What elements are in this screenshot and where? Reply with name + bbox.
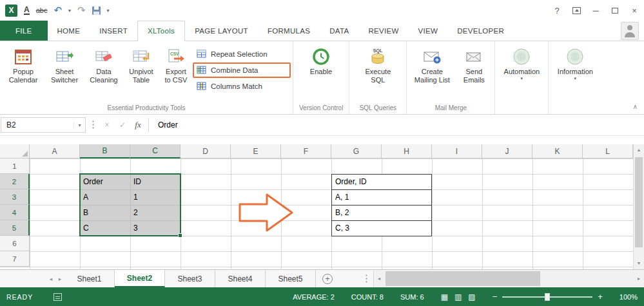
information-button[interactable]: Information ▾: [551, 43, 600, 103]
column-header-B[interactable]: B: [80, 144, 130, 158]
cell-B4[interactable]: B: [80, 205, 130, 220]
cell-G4-result[interactable]: B, 2: [331, 205, 432, 221]
row-header-7[interactable]: 7: [0, 251, 30, 267]
tab-insert[interactable]: INSERT: [90, 21, 137, 41]
automation-button[interactable]: Automation ▾: [497, 43, 546, 103]
execute-sql-button[interactable]: SQL ExecuteSQL: [351, 43, 404, 103]
row-header-6[interactable]: 6: [0, 236, 30, 251]
cell-G2-result[interactable]: Order, ID: [331, 174, 432, 190]
name-box[interactable]: B2 ▾: [1, 117, 86, 133]
sheet-tab-sheet5[interactable]: Sheet5: [266, 270, 316, 287]
tab-review[interactable]: REVIEW: [358, 21, 408, 41]
user-avatar[interactable]: [621, 22, 639, 40]
zoom-out-button[interactable]: −: [493, 292, 498, 301]
help-button[interactable]: ?: [547, 0, 567, 21]
qat-customize-button[interactable]: ▾: [107, 8, 110, 14]
cell-B5[interactable]: C: [80, 220, 130, 236]
tab-developer[interactable]: DEVELOPER: [447, 21, 514, 41]
repeat-selection-button[interactable]: Repeat Selection: [193, 46, 291, 62]
column-header-H[interactable]: H: [382, 144, 432, 158]
formula-input[interactable]: Order: [151, 120, 178, 129]
scroll-up-icon[interactable]: ▲: [634, 145, 644, 155]
row-header-5[interactable]: 5: [0, 220, 30, 236]
minimize-button[interactable]: ─: [586, 0, 605, 21]
data-cleaning-button[interactable]: DataCleaning: [84, 43, 123, 103]
popup-calendar-button[interactable]: PopupCalendar: [2, 43, 44, 103]
tab-data[interactable]: DATA: [320, 21, 358, 41]
tab-split-grip[interactable]: [365, 274, 368, 284]
tab-file[interactable]: FILE: [0, 21, 48, 41]
tab-view[interactable]: VIEW: [409, 21, 448, 41]
maximize-button[interactable]: [605, 0, 625, 21]
cell-G3-result[interactable]: A, 1: [331, 189, 432, 206]
scroll-left-icon[interactable]: ◂: [374, 276, 384, 282]
sheet-tab-sheet1[interactable]: Sheet1: [64, 270, 115, 287]
column-header-G[interactable]: G: [331, 144, 382, 158]
column-header-L[interactable]: L: [583, 144, 633, 158]
tab-formulas[interactable]: FORMULAS: [258, 21, 320, 41]
scroll-right-icon[interactable]: ▸: [634, 276, 644, 282]
redo-button[interactable]: ↷: [77, 5, 86, 16]
horizontal-scrollbar[interactable]: ◂ ▸: [373, 270, 644, 287]
create-mailing-list-button[interactable]: CreateMailing List: [409, 43, 455, 103]
sheet-tab-sheet4[interactable]: Sheet4: [215, 270, 266, 287]
cell-C3[interactable]: 1: [130, 189, 181, 205]
column-header-J[interactable]: J: [482, 144, 532, 158]
collapse-ribbon-button[interactable]: ∧: [633, 103, 638, 110]
strikethrough-button[interactable]: abc: [36, 6, 48, 14]
column-header-A[interactable]: A: [30, 144, 80, 158]
column-header-D[interactable]: D: [181, 144, 231, 158]
columns-match-button[interactable]: Columns Match: [193, 79, 291, 94]
insert-function-button[interactable]: fx: [130, 120, 146, 130]
cell-B2[interactable]: Order: [80, 174, 130, 189]
enter-button[interactable]: ✓: [115, 120, 130, 129]
column-header-F[interactable]: F: [281, 144, 331, 158]
grid-area[interactable]: A B C D E F G H I J K L 1 2 3 4 5 6 7 Or…: [0, 144, 633, 269]
sheet-tab-sheet3[interactable]: Sheet3: [165, 270, 215, 287]
vertical-scroll-thumb[interactable]: [635, 157, 643, 247]
unpivot-table-button[interactable]: UnpivotTable: [123, 43, 159, 103]
cell-B3[interactable]: A: [80, 189, 130, 205]
ribbon-display-options-button[interactable]: [567, 0, 586, 21]
formula-bar-grip[interactable]: [92, 120, 95, 130]
save-button[interactable]: [92, 6, 101, 15]
row-header-2[interactable]: 2: [0, 174, 30, 189]
row-header-1[interactable]: 1: [0, 158, 30, 174]
cell-C5[interactable]: 3: [130, 220, 181, 236]
close-button[interactable]: ×: [625, 0, 644, 21]
zoom-in-button[interactable]: +: [598, 292, 603, 301]
zoom-slider[interactable]: [502, 296, 592, 298]
column-header-I[interactable]: I: [432, 144, 482, 158]
normal-view-button[interactable]: ▦: [441, 292, 448, 301]
vertical-scrollbar[interactable]: ▲ ▼: [633, 144, 644, 269]
export-to-csv-button[interactable]: CSV Exportto CSV: [159, 43, 193, 103]
sheet-nav-right-icon[interactable]: ▸: [55, 270, 64, 287]
zoom-level-button[interactable]: 100%: [620, 293, 638, 301]
tab-xltools[interactable]: XLTools: [137, 21, 185, 41]
send-emails-button[interactable]: SendEmails: [455, 43, 493, 103]
name-box-dropdown-icon[interactable]: ▾: [73, 122, 85, 128]
horizontal-scroll-thumb[interactable]: [385, 271, 540, 286]
cell-C4[interactable]: 2: [130, 205, 181, 220]
sheet-switcher-button[interactable]: SheetSwitcher: [44, 43, 84, 103]
select-all-button[interactable]: [0, 144, 30, 158]
enable-version-control-button[interactable]: Enable: [295, 43, 347, 103]
column-header-C[interactable]: C: [130, 144, 181, 158]
page-layout-view-button[interactable]: ▥: [454, 292, 462, 301]
zoom-slider-thumb[interactable]: [545, 293, 550, 301]
new-sheet-button[interactable]: +: [322, 274, 333, 284]
fill-handle[interactable]: [178, 233, 182, 238]
scroll-down-icon[interactable]: ▼: [634, 258, 644, 269]
row-header-4[interactable]: 4: [0, 205, 30, 220]
cell-C2[interactable]: ID: [130, 174, 181, 189]
column-header-E[interactable]: E: [231, 144, 281, 158]
combine-data-button[interactable]: Combine Data: [193, 62, 291, 78]
page-break-view-button[interactable]: ▨: [468, 292, 475, 301]
row-header-3[interactable]: 3: [0, 189, 30, 205]
horizontal-scroll-track[interactable]: [384, 270, 634, 287]
column-header-K[interactable]: K: [532, 144, 583, 158]
cell-G5-result[interactable]: C, 3: [331, 220, 432, 236]
tab-page-layout[interactable]: PAGE LAYOUT: [185, 21, 258, 41]
sheet-nav-left-icon[interactable]: ◂: [46, 270, 55, 287]
undo-dropdown-icon[interactable]: ▾: [68, 8, 71, 14]
